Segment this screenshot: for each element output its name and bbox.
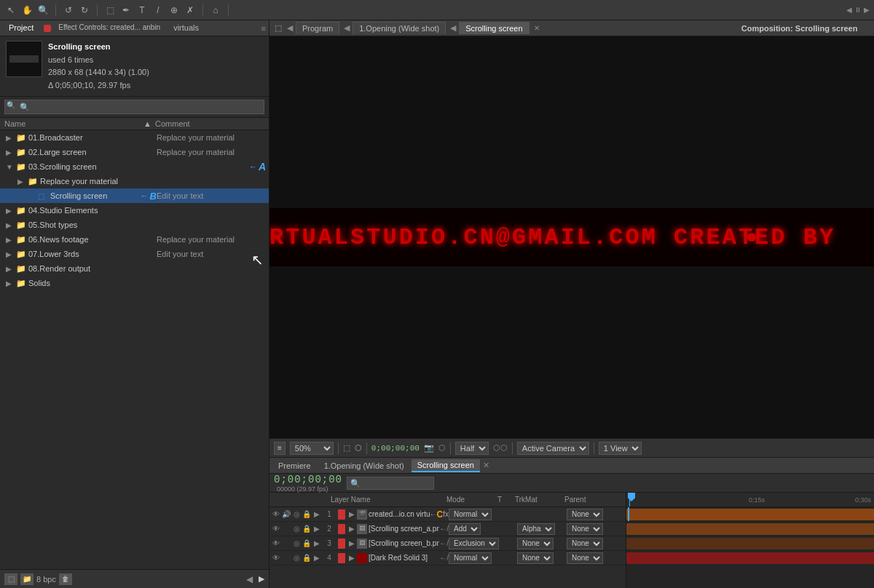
expand-arrow-07[interactable]: ▶	[6, 250, 15, 258]
layer-2-lock[interactable]: 🔒	[302, 524, 312, 534]
import-btn[interactable]: ⬚	[4, 573, 17, 585]
list-item[interactable]: ▶ 📁 08.Render output	[0, 261, 269, 276]
col-comment-header[interactable]: Comment	[155, 119, 264, 128]
tab-virtuals[interactable]: virtuals	[168, 22, 205, 35]
camera-icon[interactable]: 📷	[424, 443, 434, 453]
layer-1-audio[interactable]: 🔊	[281, 509, 291, 520]
timeline-tab-close[interactable]: ✕	[483, 461, 489, 470]
layer-2-expand2[interactable]: ▶	[347, 524, 357, 534]
layer-1-parent-select[interactable]: None	[567, 509, 603, 520]
views-dropdown[interactable]: 1 View	[599, 442, 642, 455]
layer-3-solo[interactable]: ◎	[291, 539, 302, 549]
layer-4-trkmat-select[interactable]: None	[517, 552, 554, 564]
expand-arrow-03a[interactable]: ▶	[17, 178, 26, 186]
layer-4-parent-select[interactable]: None	[567, 552, 603, 564]
rect-tool-icon[interactable]: ⬚	[103, 4, 117, 17]
timeline-search-input[interactable]	[347, 477, 434, 490]
undo-icon[interactable]: ↺	[62, 4, 75, 17]
layer-4-bar[interactable]	[626, 552, 874, 564]
tab-project[interactable]: Project	[3, 22, 39, 35]
layer-4-mode-select[interactable]: Normal	[449, 552, 492, 564]
list-item[interactable]: ▶ 📁 07.Lower 3rds Edit your text	[0, 247, 269, 261]
tab-program[interactable]: Program	[296, 22, 339, 34]
eraser-tool-icon[interactable]: ✗	[184, 4, 197, 17]
layer-4-expand[interactable]: ▶	[312, 553, 322, 563]
clone-tool-icon[interactable]: ⊕	[168, 4, 181, 17]
layer-1-bar[interactable]	[626, 509, 874, 520]
layer-2-parent-select[interactable]: None	[567, 523, 603, 535]
layer-3-lock[interactable]: 🔒	[302, 539, 312, 549]
layer-3-parent-select[interactable]: None	[567, 538, 603, 549]
layer-1-expand2[interactable]: ▶	[347, 509, 357, 520]
viewer-menu-btn[interactable]: ≡	[274, 442, 286, 455]
panel-menu-icon[interactable]: ≡	[261, 24, 266, 33]
expand-arrow-01[interactable]: ▶	[6, 134, 15, 142]
layer-3-audio[interactable]	[281, 539, 291, 549]
layer-3-expand2[interactable]: ▶	[347, 539, 357, 549]
tab-effect-controls[interactable]: Effect Controls: created... anbin	[52, 22, 166, 34]
selection-tool-icon[interactable]: ↖	[4, 4, 17, 17]
tab-opening-tl[interactable]: 1.Opening (Wide shot)	[318, 460, 410, 472]
scroll-arrow[interactable]: ◀	[246, 574, 253, 584]
layer-2-mode-select[interactable]: Add	[449, 523, 481, 535]
col-sort-icon[interactable]: ▲	[143, 119, 155, 128]
expand-arrow-03[interactable]: ▼	[6, 163, 15, 171]
col-name-header[interactable]: Name	[4, 119, 143, 128]
layer-2-expand[interactable]: ▶	[312, 524, 322, 534]
layer-1-solo[interactable]: ◎	[291, 509, 302, 520]
layer-4-eye[interactable]: 👁	[271, 553, 281, 563]
list-item[interactable]: ▶ 📁 04.Studio Elements	[0, 203, 269, 218]
layer-1-fx[interactable]: fx	[443, 510, 449, 518]
zoom-dropdown[interactable]: 50%	[290, 442, 334, 455]
list-item[interactable]: ▶ 📁 Replace your material	[0, 174, 269, 188]
layer-4-lock[interactable]: 🔒	[302, 553, 312, 563]
layer-1-expand[interactable]: ▶	[312, 509, 322, 520]
expand-arrow-05[interactable]: ▶	[6, 221, 15, 229]
fit-icon[interactable]: ⬚	[343, 443, 350, 453]
layer-4-solo[interactable]: ◎	[291, 553, 302, 563]
layer-3-eye[interactable]: 👁	[271, 539, 281, 549]
layer-row-1[interactable]: 👁 🔊 ◎ 🔒 ▶ 1 ▶ 🎬 created...io.cn virtuals…	[269, 507, 626, 522]
tab-scrolling-tl[interactable]: Scrolling screen	[412, 459, 480, 472]
expand-arrow-04[interactable]: ▶	[6, 207, 15, 215]
scroll-arrow-right[interactable]: ▶	[259, 574, 264, 584]
layer-2-eye[interactable]: 👁	[271, 524, 281, 534]
bar-row-1[interactable]	[626, 507, 874, 522]
redo-icon[interactable]: ↻	[78, 4, 91, 17]
list-item[interactable]: ⬚ Scrolling screen ← B Edit your text	[0, 188, 269, 203]
layer-1-eye[interactable]: 👁	[271, 509, 281, 520]
list-item[interactable]: ▶ 📁 06.News footage Replace your materia…	[0, 232, 269, 247]
layer-1-mode-select[interactable]: Normal	[449, 509, 492, 520]
layer-2-bar[interactable]	[626, 523, 874, 535]
layer-3-mode-select[interactable]: Exclusion	[449, 538, 499, 549]
layer-4-audio[interactable]	[281, 553, 291, 563]
list-item[interactable]: ▶ 📁 05.Shot types	[0, 218, 269, 232]
camera-dropdown[interactable]: Active Camera	[517, 442, 589, 455]
layer-2-switch[interactable]: ←	[439, 525, 446, 533]
layer-2-trkmat-select[interactable]: Alpha	[517, 523, 555, 535]
hand-tool-icon[interactable]: ✋	[20, 4, 34, 17]
text-tool-icon[interactable]: T	[135, 4, 149, 17]
layer-row-2[interactable]: 👁 ◎ 🔒 ▶ 2 ▶ 🖼 [Scrolling screen_a.png] ←	[269, 522, 626, 536]
expand-arrow-08[interactable]: ▶	[6, 265, 15, 273]
layer-1-lock[interactable]: 🔒	[302, 509, 312, 520]
layer-row-3[interactable]: 👁 ◎ 🔒 ▶ 3 ▶ 🖼 [Scrolling screen_b.png] ←	[269, 536, 626, 551]
bar-row-4[interactable]	[626, 551, 874, 565]
layer-3-switch[interactable]: ←	[439, 539, 446, 547]
bar-row-3[interactable]	[626, 536, 874, 551]
tab-premiere[interactable]: Premiere	[272, 460, 317, 472]
quality-dropdown[interactable]: Half	[455, 442, 489, 455]
bar-row-2[interactable]	[626, 522, 874, 536]
tab-opening[interactable]: 1.Opening (Wide shot)	[353, 22, 446, 34]
pen-tool-icon[interactable]: ✒	[119, 4, 133, 17]
zoom-tool-icon[interactable]: 🔍	[36, 4, 50, 17]
list-item[interactable]: ▶ 📁 01.Broadcaster Replace your material	[0, 130, 269, 145]
brush-tool-icon[interactable]: /	[151, 4, 165, 17]
layer-row-4[interactable]: 👁 ◎ 🔒 ▶ 4 ▶ [Dark Red Solid 3] ← /	[269, 551, 626, 565]
list-item[interactable]: ▼ 📁 03.Scrolling screen ← A	[0, 159, 269, 174]
list-item[interactable]: ▶ 📁 02.Large screen Replace your materia…	[0, 145, 269, 159]
list-item[interactable]: ▶ 📁 Solids	[0, 276, 269, 290]
layer-4-switch[interactable]: ←	[439, 554, 446, 562]
layer-3-expand[interactable]: ▶	[312, 539, 322, 549]
search-input[interactable]	[4, 100, 264, 114]
